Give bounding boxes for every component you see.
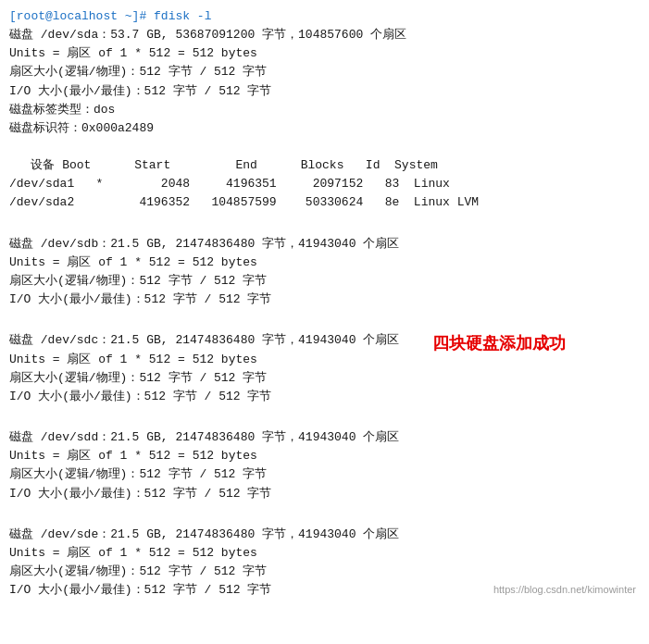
sdc-line-2: 扇区大小(逻辑/物理)：512 字节 / 512 字节: [9, 369, 640, 388]
terminal-output: [root@localhost ~]# fdisk -l 磁盘 /dev/sda…: [9, 7, 640, 600]
sdb-line-2: 扇区大小(逻辑/物理)：512 字节 / 512 字节: [9, 272, 640, 291]
sda-line-2: 扇区大小(逻辑/物理)：512 字节 / 512 字节: [9, 63, 640, 81]
prompt-line: [root@localhost ~]# fdisk -l: [9, 7, 640, 26]
sdd-section: 磁盘 /dev/sdd：21.5 GB, 21474836480 字节，4194…: [9, 428, 640, 503]
sdb-line-3: I/O 大小(最小/最佳)：512 字节 / 512 字节: [9, 291, 640, 309]
sda-section: 磁盘 /dev/sda：53.7 GB, 53687091200 字节，1048…: [9, 26, 640, 212]
sda-line-1: Units = 扇区 of 1 * 512 = 512 bytes: [9, 44, 640, 63]
sde-line-1: Units = 扇区 of 1 * 512 = 512 bytes: [9, 544, 640, 563]
sda-table-row-0: /dev/sda1 * 2048 4196351 2097152 83 Linu…: [9, 175, 640, 193]
sde-line-2: 扇区大小(逻辑/物理)：512 字节 / 512 字节: [9, 563, 640, 581]
sdb-line-0: 磁盘 /dev/sdb：21.5 GB, 21474836480 字节，4194…: [9, 235, 640, 254]
success-annotation: 四块硬盘添加成功: [432, 331, 566, 357]
sde-line-0: 磁盘 /dev/sde：21.5 GB, 21474836480 字节，4194…: [9, 526, 640, 544]
sda-table-header: 设备 Boot Start End Blocks Id System: [9, 156, 640, 175]
sdc-section: 四块硬盘添加成功 磁盘 /dev/sdc：21.5 GB, 2147483648…: [9, 331, 640, 406]
sdb-line-1: Units = 扇区 of 1 * 512 = 512 bytes: [9, 254, 640, 272]
sda-line-3: I/O 大小(最小/最佳)：512 字节 / 512 字节: [9, 82, 640, 101]
sda-line-5: 磁盘标识符：0x000a2489: [9, 119, 640, 138]
sdb-section: 磁盘 /dev/sdb：21.5 GB, 21474836480 字节，4194…: [9, 235, 640, 310]
sdd-line-0: 磁盘 /dev/sdd：21.5 GB, 21474836480 字节，4194…: [9, 428, 640, 447]
sda-line-4: 磁盘标签类型：dos: [9, 101, 640, 119]
sdd-line-1: Units = 扇区 of 1 * 512 = 512 bytes: [9, 447, 640, 465]
sda-line-0: 磁盘 /dev/sda：53.7 GB, 53687091200 字节，1048…: [9, 26, 640, 44]
sdd-line-3: I/O 大小(最小/最佳)：512 字节 / 512 字节: [9, 485, 640, 503]
sdd-line-2: 扇区大小(逻辑/物理)：512 字节 / 512 字节: [9, 465, 640, 484]
sdc-line-3: I/O 大小(最小/最佳)：512 字节 / 512 字节: [9, 388, 640, 406]
sda-table-row-1: /dev/sda2 4196352 104857599 50330624 8e …: [9, 193, 640, 212]
watermark: https://blog.csdn.net/kimowinter: [493, 582, 636, 598]
